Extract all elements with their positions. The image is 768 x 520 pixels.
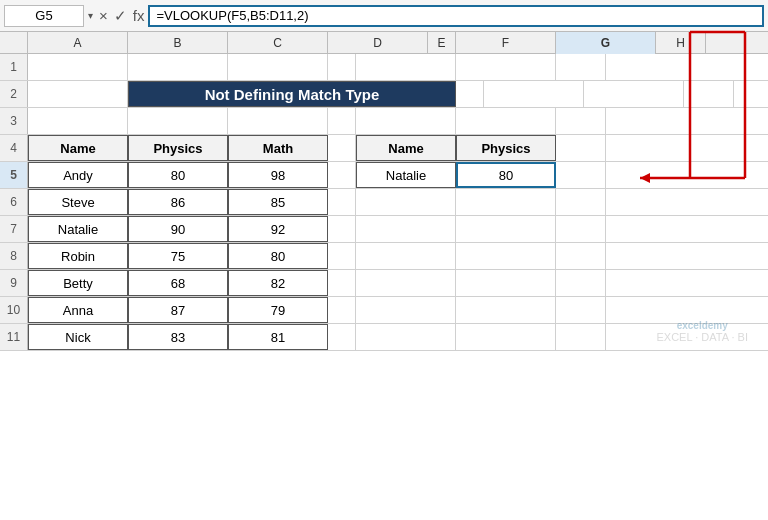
confirm-icon[interactable]: ✓: [114, 7, 127, 25]
cell-c9[interactable]: 68: [128, 270, 228, 296]
cell-b8[interactable]: Robin: [28, 243, 128, 269]
row-num-3: 3: [0, 108, 28, 134]
cell-d7[interactable]: 92: [228, 216, 328, 242]
cell-b6[interactable]: Steve: [28, 189, 128, 215]
cell-c11[interactable]: 83: [128, 324, 228, 350]
cell-e11[interactable]: [328, 324, 356, 350]
cell-d5[interactable]: 98: [228, 162, 328, 188]
cell-c3[interactable]: [128, 108, 228, 134]
cell-e3[interactable]: [328, 108, 356, 134]
cell-g10[interactable]: [456, 297, 556, 323]
cell-d1[interactable]: [228, 54, 328, 80]
cell-f8[interactable]: [356, 243, 456, 269]
cell-h9[interactable]: [556, 270, 606, 296]
col-header-f[interactable]: F: [456, 32, 556, 54]
row-num-2: 2: [0, 81, 28, 107]
cell-c1[interactable]: [128, 54, 228, 80]
fx-icon[interactable]: fx: [133, 7, 145, 24]
cell-b1[interactable]: [28, 54, 128, 80]
cell-d9[interactable]: 82: [228, 270, 328, 296]
cell-g2[interactable]: [584, 81, 684, 107]
cell-f5-lookup-name[interactable]: Natalie: [356, 162, 456, 188]
row-num-4: 4: [0, 135, 28, 161]
cell-f10[interactable]: [356, 297, 456, 323]
cell-f11[interactable]: [356, 324, 456, 350]
name-box-dropdown-icon[interactable]: ▾: [88, 10, 93, 21]
formula-icons: × ✓ fx: [99, 7, 144, 25]
cell-b11[interactable]: Nick: [28, 324, 128, 350]
row-num-7: 7: [0, 216, 28, 242]
cell-e2[interactable]: [456, 81, 484, 107]
cell-c10[interactable]: 87: [128, 297, 228, 323]
cell-g5-lookup-result[interactable]: 80: [456, 162, 556, 188]
col-header-a[interactable]: A: [28, 32, 128, 54]
cell-e7[interactable]: [328, 216, 356, 242]
cell-d8[interactable]: 80: [228, 243, 328, 269]
spreadsheet-grid: 1 2 Not Defining Match Type 3: [0, 54, 768, 351]
cell-g6[interactable]: [456, 189, 556, 215]
cell-b7[interactable]: Natalie: [28, 216, 128, 242]
cell-f6[interactable]: [356, 189, 456, 215]
cell-h7[interactable]: [556, 216, 606, 242]
cell-f9[interactable]: [356, 270, 456, 296]
col-header-h[interactable]: H: [656, 32, 706, 54]
cell-h2[interactable]: [684, 81, 734, 107]
cell-h1[interactable]: [556, 54, 606, 80]
col-header-c[interactable]: C: [228, 32, 328, 54]
table-row: 4 Name Physics Math Name Physics: [0, 135, 768, 162]
cell-d10[interactable]: 79: [228, 297, 328, 323]
cell-h3[interactable]: [556, 108, 606, 134]
table-row: 11 Nick 83 81: [0, 324, 768, 351]
cell-g9[interactable]: [456, 270, 556, 296]
row-num-11: 11: [0, 324, 28, 350]
cell-d6[interactable]: 85: [228, 189, 328, 215]
row-num-header: [0, 32, 28, 53]
cell-f2[interactable]: [484, 81, 584, 107]
cancel-icon[interactable]: ×: [99, 7, 108, 24]
col-header-e[interactable]: E: [428, 32, 456, 54]
cell-d11[interactable]: 81: [228, 324, 328, 350]
row-num-5: 5: [0, 162, 28, 188]
cell-e4[interactable]: [328, 135, 356, 161]
cell-b9[interactable]: Betty: [28, 270, 128, 296]
cell-f3[interactable]: [356, 108, 456, 134]
col-header-b[interactable]: B: [128, 32, 228, 54]
cell-h10[interactable]: [556, 297, 606, 323]
name-box[interactable]: G5: [4, 5, 84, 27]
cell-e8[interactable]: [328, 243, 356, 269]
cell-g7[interactable]: [456, 216, 556, 242]
col-header-d[interactable]: D: [328, 32, 428, 54]
cell-b5[interactable]: Andy: [28, 162, 128, 188]
cell-f7[interactable]: [356, 216, 456, 242]
cell-g1[interactable]: [456, 54, 556, 80]
cell-h8[interactable]: [556, 243, 606, 269]
cell-g3[interactable]: [456, 108, 556, 134]
cell-h6[interactable]: [556, 189, 606, 215]
cell-c6[interactable]: 86: [128, 189, 228, 215]
cell-e1[interactable]: [328, 54, 356, 80]
col-header-g[interactable]: G: [556, 32, 656, 54]
row-num-10: 10: [0, 297, 28, 323]
cell-e5[interactable]: [328, 162, 356, 188]
cell-c5[interactable]: 80: [128, 162, 228, 188]
cell-h4[interactable]: [556, 135, 606, 161]
cell-c7[interactable]: 90: [128, 216, 228, 242]
cell-b10[interactable]: Anna: [28, 297, 128, 323]
cell-b3[interactable]: [28, 108, 128, 134]
cell-e9[interactable]: [328, 270, 356, 296]
cell-g11[interactable]: [456, 324, 556, 350]
cell-e6[interactable]: [328, 189, 356, 215]
cell-h5[interactable]: [556, 162, 606, 188]
cell-g8[interactable]: [456, 243, 556, 269]
cell-b2[interactable]: [28, 81, 128, 107]
cell-d3[interactable]: [228, 108, 328, 134]
table-row: 3: [0, 108, 768, 135]
cell-e10[interactable]: [328, 297, 356, 323]
table-row: 2 Not Defining Match Type: [0, 81, 768, 108]
cell-f1[interactable]: [356, 54, 456, 80]
cell-c8[interactable]: 75: [128, 243, 228, 269]
spreadsheet-title: Not Defining Match Type: [205, 86, 380, 103]
formula-input[interactable]: [148, 5, 764, 27]
cell-h11[interactable]: [556, 324, 606, 350]
table-row: 1: [0, 54, 768, 81]
